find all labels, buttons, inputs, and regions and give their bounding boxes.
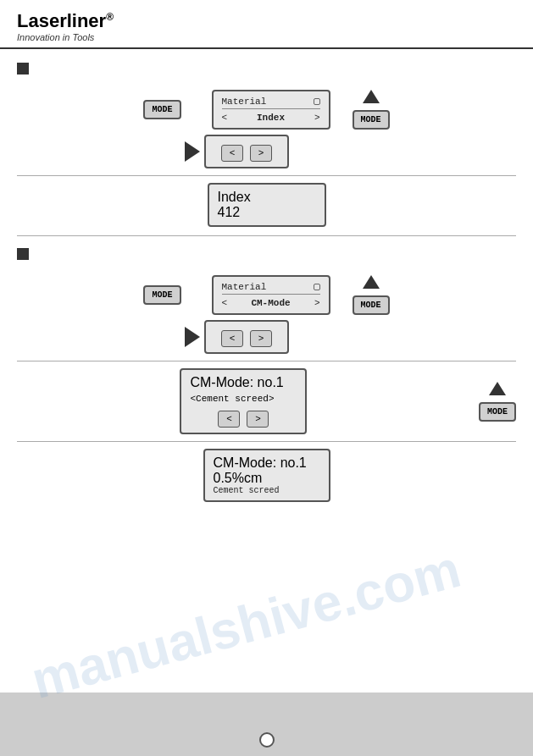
nav-right-2[interactable]: > [250,330,272,347]
arrow-up-3 [489,382,506,395]
screen-value-cm: 0.5%cm [214,471,320,486]
screen-2-material: Material < CM-Mode > [212,275,330,315]
screen-content-material: < Index > [222,113,320,123]
arrow-pointer-2 [185,327,200,347]
main-content: MODE Material < Index > MODE [0,49,533,519]
screen-1-nav: < > [204,135,289,168]
screen-content-cm: < CM-Mode > [222,298,320,308]
screen-indicator-3 [314,284,320,290]
nav-right-1[interactable]: > [250,145,272,162]
screen-title-final: CM-Mode: no.1 [214,455,320,471]
screen-1-material: Material < Index > [212,90,330,130]
screen-indicator [314,98,320,105]
nav-arrows-1: < > [214,145,279,162]
arrow-up-2 [363,275,380,289]
nav-right-3[interactable]: > [247,411,269,428]
nav-left-3[interactable]: < [218,411,240,428]
screen-title-cm-result: CM-Mode: no.1 [190,375,297,390]
screen-2-final: CM-Mode: no.1 0.5%cm Cement screed [203,449,330,502]
screen-1-result: Index 412 [208,183,326,227]
section-marker-2 [17,248,29,260]
screen-title-material: Material [222,97,320,109]
screen-subtitle-cm: Cement screed [214,486,320,495]
divider-2 [17,361,516,361]
watermark: manualshive.com [25,538,467,710]
bottom-bar [0,693,533,756]
section-2: MODE Material < CM-Mode > MOD [17,243,516,502]
nav-arrows-2: < > [214,330,279,347]
screen-content-cement: <Cement screed> [190,390,297,407]
screen-title-index: Index [218,190,316,205]
mode-button-1-right[interactable]: MODE [353,110,390,130]
screen-value-index: 412 [218,205,316,220]
mode-button-2-right[interactable]: MODE [353,295,390,315]
divider-main [17,235,516,236]
section-1: MODE Material < Index > MODE [17,58,516,227]
mode-button-2-left[interactable]: MODE [143,285,180,305]
page: Laserliner® Innovation in Tools MODE Mat… [0,0,533,756]
arrow-pointer-1 [185,141,200,162]
screen-2-nav: < > [204,320,289,354]
brand-tagline: Innovation in Tools [17,32,516,42]
arrow-up-1 [363,90,380,103]
screen-title-cm: Material [222,282,320,295]
screen-2-cm-result: CM-Mode: no.1 <Cement screed> < > [180,368,307,434]
nav-left-2[interactable]: < [221,330,243,347]
divider-3 [17,441,516,442]
nav-left-1[interactable]: < [221,145,243,162]
nav-arrows-3: < > [190,411,297,428]
mode-button-1-left[interactable]: MODE [143,100,180,119]
divider-1 [17,175,516,176]
section-marker-1 [17,63,29,74]
page-indicator [259,732,275,748]
brand-title: Laserliner® [17,10,516,32]
header: Laserliner® Innovation in Tools [0,0,533,49]
mode-button-3-right[interactable]: MODE [479,402,516,422]
